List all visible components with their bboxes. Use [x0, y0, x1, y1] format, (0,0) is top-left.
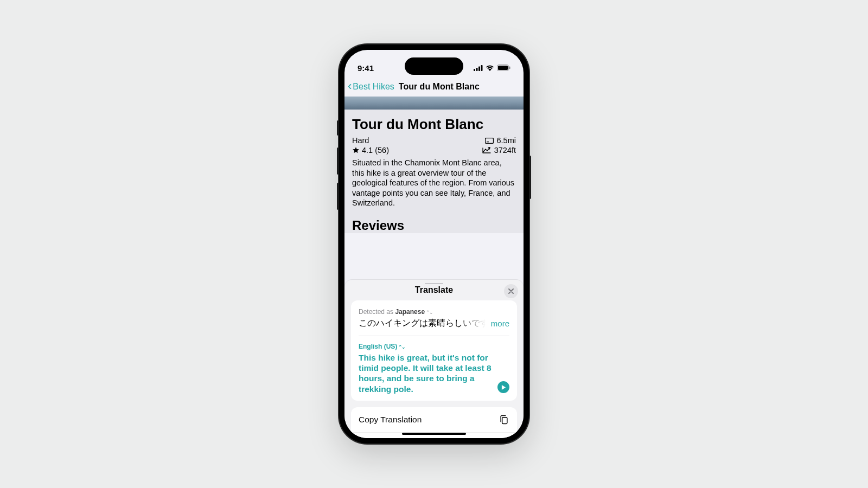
reviews-heading: Reviews [344, 214, 524, 233]
dynamic-island [405, 57, 463, 75]
action-label: Copy Translation [359, 415, 422, 425]
translation-card: Detected as Japanese⌃⌄ このハイキングは素晴らしいですか … [351, 300, 517, 401]
close-button[interactable] [504, 284, 518, 298]
source-row: このハイキングは素晴らしいですか more [359, 318, 509, 329]
hike-description: Situated in the Chamonix Mont Blanc area… [352, 158, 516, 208]
svg-rect-6 [509, 67, 510, 69]
elevation-value: 3724ft [494, 146, 516, 155]
copy-icon [499, 414, 509, 425]
svg-rect-3 [481, 65, 483, 71]
chevron-updown-icon: ⌃⌄ [398, 344, 405, 350]
copy-translation-button[interactable]: Copy Translation [351, 407, 517, 433]
side-button [337, 120, 339, 136]
play-icon [501, 385, 506, 390]
target-language-label[interactable]: English (US)⌃⌄ [359, 343, 509, 350]
source-text: このハイキングは素晴らしいですか [359, 318, 486, 329]
route-icon [485, 138, 494, 144]
distance-value: 6.5mi [497, 136, 516, 145]
detected-language-label[interactable]: Detected as Japanese⌃⌄ [359, 308, 509, 316]
iphone-frame: 9:41 ‹ Best Hikes Tour du Mont Blanc Tou… [339, 44, 529, 444]
status-icons [474, 65, 510, 71]
power-button [529, 156, 531, 199]
star-icon [352, 146, 360, 154]
svg-rect-7 [485, 138, 493, 143]
hike-detail: Tour du Mont Blanc Hard 6.5mi 4.1 (56) [344, 110, 524, 214]
battery-icon [497, 65, 510, 71]
svg-rect-1 [476, 68, 478, 71]
difficulty-label: Hard [352, 136, 369, 145]
target-row: This hike is great, but it's not for tim… [359, 352, 509, 395]
back-chevron-icon[interactable]: ‹ [348, 80, 353, 93]
cellular-icon [474, 65, 483, 71]
more-button[interactable]: more [491, 319, 509, 328]
wifi-icon [486, 65, 494, 71]
sheet-title: Translate [415, 285, 453, 295]
rating-value: 4.1 (56) [362, 146, 389, 155]
svg-rect-5 [498, 66, 508, 70]
svg-rect-0 [474, 69, 475, 71]
home-indicator[interactable] [402, 433, 466, 435]
nav-title: Tour du Mont Blanc [399, 82, 480, 92]
sheet-header: Translate [344, 285, 524, 295]
volume-up-button [337, 147, 339, 175]
hero-image [344, 97, 524, 110]
translate-sheet: Translate Detected as Japanese⌃⌄ このハイキング… [344, 280, 524, 438]
close-icon [508, 288, 514, 294]
back-button-label[interactable]: Best Hikes [353, 82, 394, 92]
chevron-updown-icon: ⌃⌄ [426, 310, 432, 315]
screen: 9:41 ‹ Best Hikes Tour du Mont Blanc Tou… [344, 50, 524, 438]
sheet-grabber[interactable] [425, 283, 443, 284]
divider [359, 336, 509, 336]
stats-row-1: Hard 6.5mi [352, 136, 516, 145]
svg-rect-8 [487, 142, 489, 142]
status-time: 9:41 [358, 63, 374, 73]
elevation-icon [482, 147, 491, 153]
content-area: Tour du Mont Blanc Hard 6.5mi 4.1 (56) [344, 97, 524, 438]
translation-text: This hike is great, but it's not for tim… [359, 352, 492, 395]
navigation-bar: ‹ Best Hikes Tour du Mont Blanc [344, 77, 524, 97]
svg-rect-2 [478, 66, 480, 71]
hike-title: Tour du Mont Blanc [352, 116, 516, 133]
stats-row-2: 4.1 (56) 3724ft [352, 146, 516, 155]
play-audio-button[interactable] [497, 381, 509, 393]
volume-down-button [337, 183, 339, 210]
